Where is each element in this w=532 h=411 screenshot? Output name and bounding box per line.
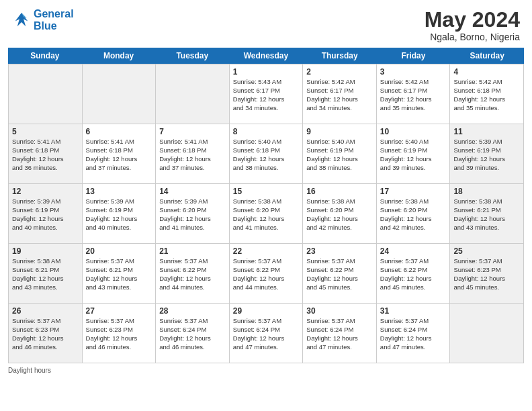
day-info: Sunrise: 5:41 AM Sunset: 6:18 PM Dayligh… bbox=[12, 138, 79, 172]
calendar-cell: 11Sunrise: 5:39 AM Sunset: 6:19 PM Dayli… bbox=[450, 124, 524, 183]
day-number: 11 bbox=[453, 127, 520, 136]
day-info: Sunrise: 5:39 AM Sunset: 6:19 PM Dayligh… bbox=[12, 197, 79, 232]
day-number: 19 bbox=[12, 246, 79, 256]
calendar-cell: 28Sunrise: 5:37 AM Sunset: 6:24 PM Dayli… bbox=[156, 304, 230, 363]
day-info: Sunrise: 5:42 AM Sunset: 6:17 PM Dayligh… bbox=[306, 78, 373, 112]
calendar-week: 19Sunrise: 5:38 AM Sunset: 6:21 PM Dayli… bbox=[9, 244, 524, 304]
day-info: Sunrise: 5:41 AM Sunset: 6:18 PM Dayligh… bbox=[86, 138, 152, 172]
day-info: Sunrise: 5:40 AM Sunset: 6:19 PM Dayligh… bbox=[306, 138, 373, 172]
svg-marker-0 bbox=[15, 13, 28, 26]
day-number: 21 bbox=[159, 246, 226, 256]
page: General Blue May 2024 Ngala, Borno, Nige… bbox=[0, 0, 532, 411]
calendar-cell: 12Sunrise: 5:39 AM Sunset: 6:19 PM Dayli… bbox=[9, 184, 83, 243]
day-number: 9 bbox=[306, 127, 373, 136]
calendar: SundayMondayTuesdayWednesdayThursdayFrid… bbox=[8, 48, 524, 363]
calendar-cell: 30Sunrise: 5:37 AM Sunset: 6:24 PM Dayli… bbox=[303, 304, 377, 363]
day-number: 3 bbox=[380, 67, 447, 77]
header: General Blue May 2024 Ngala, Borno, Nige… bbox=[0, 0, 532, 48]
calendar-cell: 31Sunrise: 5:37 AM Sunset: 6:24 PM Dayli… bbox=[377, 304, 451, 363]
day-info: Sunrise: 5:39 AM Sunset: 6:19 PM Dayligh… bbox=[453, 138, 520, 172]
day-info: Sunrise: 5:37 AM Sunset: 6:21 PM Dayligh… bbox=[86, 257, 152, 291]
calendar-cell: 7Sunrise: 5:41 AM Sunset: 6:18 PM Daylig… bbox=[156, 124, 230, 183]
day-number: 4 bbox=[453, 67, 520, 77]
day-number: 25 bbox=[453, 246, 520, 256]
calendar-cell: 19Sunrise: 5:38 AM Sunset: 6:21 PM Dayli… bbox=[9, 244, 83, 303]
calendar-cell: 24Sunrise: 5:37 AM Sunset: 6:22 PM Dayli… bbox=[377, 244, 451, 303]
calendar-cell: 21Sunrise: 5:37 AM Sunset: 6:22 PM Dayli… bbox=[156, 244, 230, 303]
logo-icon bbox=[12, 11, 31, 30]
day-number: 31 bbox=[380, 306, 447, 316]
day-info: Sunrise: 5:40 AM Sunset: 6:18 PM Dayligh… bbox=[233, 138, 300, 172]
day-info: Sunrise: 5:37 AM Sunset: 6:22 PM Dayligh… bbox=[380, 257, 447, 291]
day-info: Sunrise: 5:38 AM Sunset: 6:20 PM Dayligh… bbox=[380, 197, 447, 232]
calendar-cell: 17Sunrise: 5:38 AM Sunset: 6:20 PM Dayli… bbox=[377, 184, 451, 243]
day-info: Sunrise: 5:37 AM Sunset: 6:23 PM Dayligh… bbox=[86, 317, 152, 351]
cal-header-day: Sunday bbox=[8, 48, 82, 64]
title-block: May 2024 Ngala, Borno, Nigeria bbox=[425, 8, 520, 42]
calendar-cell: 25Sunrise: 5:37 AM Sunset: 6:23 PM Dayli… bbox=[450, 244, 524, 303]
logo: General Blue bbox=[12, 8, 74, 32]
day-number: 29 bbox=[233, 306, 300, 316]
calendar-cell: 1Sunrise: 5:43 AM Sunset: 6:17 PM Daylig… bbox=[230, 64, 304, 124]
cal-header-day: Thursday bbox=[303, 48, 377, 64]
day-info: Sunrise: 5:41 AM Sunset: 6:18 PM Dayligh… bbox=[159, 138, 226, 172]
calendar-cell: 23Sunrise: 5:37 AM Sunset: 6:22 PM Dayli… bbox=[303, 244, 377, 303]
day-info: Sunrise: 5:40 AM Sunset: 6:19 PM Dayligh… bbox=[380, 138, 447, 172]
day-number: 24 bbox=[380, 246, 447, 256]
day-number: 18 bbox=[453, 187, 520, 196]
day-number: 16 bbox=[306, 187, 373, 196]
calendar-cell bbox=[83, 64, 157, 124]
calendar-cell bbox=[156, 64, 230, 124]
calendar-cell bbox=[9, 64, 83, 124]
day-info: Sunrise: 5:43 AM Sunset: 6:17 PM Dayligh… bbox=[233, 78, 300, 112]
day-info: Sunrise: 5:37 AM Sunset: 6:23 PM Dayligh… bbox=[453, 257, 520, 291]
calendar-cell: 10Sunrise: 5:40 AM Sunset: 6:19 PM Dayli… bbox=[377, 124, 451, 183]
calendar-cell: 8Sunrise: 5:40 AM Sunset: 6:18 PM Daylig… bbox=[230, 124, 304, 183]
day-info: Sunrise: 5:37 AM Sunset: 6:24 PM Dayligh… bbox=[159, 317, 226, 351]
calendar-cell: 29Sunrise: 5:37 AM Sunset: 6:24 PM Dayli… bbox=[230, 304, 304, 363]
day-info: Sunrise: 5:37 AM Sunset: 6:23 PM Dayligh… bbox=[12, 317, 79, 351]
calendar-cell: 4Sunrise: 5:42 AM Sunset: 6:18 PM Daylig… bbox=[450, 64, 524, 124]
calendar-cell: 2Sunrise: 5:42 AM Sunset: 6:17 PM Daylig… bbox=[303, 64, 377, 124]
day-number: 2 bbox=[306, 67, 373, 77]
calendar-cell: 15Sunrise: 5:38 AM Sunset: 6:20 PM Dayli… bbox=[230, 184, 304, 243]
day-number: 22 bbox=[233, 246, 300, 256]
calendar-week: 12Sunrise: 5:39 AM Sunset: 6:19 PM Dayli… bbox=[9, 184, 524, 244]
cal-header-day: Monday bbox=[82, 48, 156, 64]
day-number: 30 bbox=[306, 306, 373, 316]
calendar-cell: 3Sunrise: 5:42 AM Sunset: 6:17 PM Daylig… bbox=[377, 64, 451, 124]
calendar-cell: 6Sunrise: 5:41 AM Sunset: 6:18 PM Daylig… bbox=[83, 124, 157, 183]
calendar-week: 26Sunrise: 5:37 AM Sunset: 6:23 PM Dayli… bbox=[9, 304, 524, 363]
cal-header-day: Tuesday bbox=[155, 48, 229, 64]
day-info: Sunrise: 5:37 AM Sunset: 6:24 PM Dayligh… bbox=[306, 317, 373, 351]
day-number: 15 bbox=[233, 187, 300, 196]
day-number: 26 bbox=[12, 306, 79, 316]
day-number: 10 bbox=[380, 127, 447, 136]
day-number: 5 bbox=[12, 127, 79, 136]
calendar-week: 5Sunrise: 5:41 AM Sunset: 6:18 PM Daylig… bbox=[9, 124, 524, 184]
day-info: Sunrise: 5:39 AM Sunset: 6:20 PM Dayligh… bbox=[159, 197, 226, 232]
cal-header-day: Saturday bbox=[450, 48, 524, 64]
day-number: 27 bbox=[86, 306, 152, 316]
day-number: 8 bbox=[233, 127, 300, 136]
calendar-cell: 9Sunrise: 5:40 AM Sunset: 6:19 PM Daylig… bbox=[303, 124, 377, 183]
calendar-cell: 22Sunrise: 5:37 AM Sunset: 6:22 PM Dayli… bbox=[230, 244, 304, 303]
day-info: Sunrise: 5:38 AM Sunset: 6:20 PM Dayligh… bbox=[306, 197, 373, 232]
day-info: Sunrise: 5:42 AM Sunset: 6:18 PM Dayligh… bbox=[453, 78, 520, 112]
day-info: Sunrise: 5:38 AM Sunset: 6:21 PM Dayligh… bbox=[12, 257, 79, 291]
day-number: 12 bbox=[12, 187, 79, 196]
footer: Daylight hours bbox=[8, 367, 524, 374]
calendar-body: 1Sunrise: 5:43 AM Sunset: 6:17 PM Daylig… bbox=[8, 64, 524, 363]
day-number: 17 bbox=[380, 187, 447, 196]
day-number: 13 bbox=[86, 187, 152, 196]
day-info: Sunrise: 5:42 AM Sunset: 6:17 PM Dayligh… bbox=[380, 78, 447, 112]
day-info: Sunrise: 5:38 AM Sunset: 6:21 PM Dayligh… bbox=[453, 197, 520, 232]
day-info: Sunrise: 5:37 AM Sunset: 6:22 PM Dayligh… bbox=[233, 257, 300, 291]
day-info: Sunrise: 5:38 AM Sunset: 6:20 PM Dayligh… bbox=[233, 197, 300, 232]
calendar-cell: 26Sunrise: 5:37 AM Sunset: 6:23 PM Dayli… bbox=[9, 304, 83, 363]
calendar-header: SundayMondayTuesdayWednesdayThursdayFrid… bbox=[8, 48, 524, 64]
cal-header-day: Friday bbox=[377, 48, 451, 64]
day-info: Sunrise: 5:37 AM Sunset: 6:22 PM Dayligh… bbox=[159, 257, 226, 291]
day-number: 7 bbox=[159, 127, 226, 136]
calendar-cell: 13Sunrise: 5:39 AM Sunset: 6:19 PM Dayli… bbox=[83, 184, 157, 243]
